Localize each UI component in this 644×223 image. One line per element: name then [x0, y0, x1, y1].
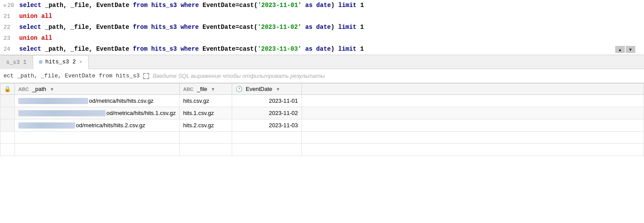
expand-icon[interactable] — [143, 73, 149, 79]
row1-date-cell: 2023-11-01 — [232, 95, 301, 107]
line-number-22: 22 — [3, 22, 19, 33]
empty-row2-date — [232, 144, 301, 156]
tab-hits-s3-1[interactable]: s_s3 1 — [0, 55, 33, 69]
empty-row1-lock — [0, 132, 15, 144]
filter-bar: ect _path, _file, EventDate from hits_s3… — [0, 69, 644, 83]
row3-file-cell: hits.2.csv.gz — [179, 119, 232, 132]
table-row: od/metrica/hits/hits.2.csv.gz hits.2.csv… — [0, 119, 644, 132]
row3-path-blurred — [18, 122, 75, 129]
tab-close-button[interactable]: × — [79, 59, 82, 65]
line-20-content: select _path, _file, EventDate from hits… — [19, 0, 641, 10]
filter-query-text: ect _path, _file, EventDate from hits_s3 — [3, 73, 140, 79]
scroll-indicator: ▲ ▼ — [615, 46, 635, 53]
row1-file-cell: hits.csv.gz — [179, 95, 232, 107]
line-number-21: 21 — [3, 11, 19, 22]
code-line-24: 24 select _path, _file, EventDate from h… — [0, 44, 644, 55]
table-icon: ⊞ — [39, 59, 43, 66]
empty-row2-extra — [301, 144, 644, 156]
code-line-20: ⊖ 20 select _path, _file, EventDate from… — [0, 0, 644, 11]
results-table: 🔒 ABC _path ▼ ABC _file ▼ 🕐 EventDate ▼ — [0, 83, 644, 156]
results-table-wrapper: 🔒 ABC _path ▼ ABC _file ▼ 🕐 EventDate ▼ — [0, 83, 644, 156]
path-column-header[interactable]: ABC _path ▼ — [15, 84, 180, 95]
line-24-content: select _path, _file, EventDate from hits… — [19, 44, 641, 54]
file-sort-icon[interactable]: ▼ — [211, 87, 216, 92]
line-number-23: 23 — [3, 33, 19, 44]
empty-row2-file — [179, 144, 232, 156]
path-type-label: ABC — [18, 87, 29, 92]
table-header-row: 🔒 ABC _path ▼ ABC _file ▼ 🕐 EventDate ▼ — [0, 84, 644, 95]
row2-file-cell: hits.1.csv.gz — [179, 107, 232, 119]
line-23-content: union all — [19, 33, 641, 43]
empty-row2-lock — [0, 144, 15, 156]
tab-1-label: s_s3 1 — [6, 59, 27, 66]
table-row — [0, 144, 644, 156]
empty-row1-path — [15, 132, 180, 144]
table-row: od/metrica/hits/hits.1.csv.gz hits.1.csv… — [0, 107, 644, 119]
line-number-24: 24 — [3, 44, 19, 55]
empty-row1-extra — [301, 132, 644, 144]
row1-path-cell: od/metrica/hits/hits.csv.gz — [15, 95, 180, 107]
row2-path-suffix: od/metrica/hits/hits.1.csv.gz — [106, 110, 176, 116]
tabs-bar: s_s3 1 ⊞ hits_s3 2 × — [0, 55, 644, 69]
path-sort-icon[interactable]: ▼ — [50, 87, 55, 92]
row3-path-cell: od/metrica/hits/hits.2.csv.gz — [15, 119, 180, 132]
tab-hits-s3-2[interactable]: ⊞ hits_s3 2 × — [33, 55, 89, 69]
table-row: od/metrica/hits/hits.csv.gz hits.csv.gz … — [0, 95, 644, 107]
file-label: _file — [197, 86, 207, 92]
row2-lock-cell — [0, 107, 15, 119]
row2-path-cell: od/metrica/hits/hits.1.csv.gz — [15, 107, 180, 119]
row2-path-blurred — [18, 110, 106, 116]
scroll-down-button[interactable]: ▼ — [626, 46, 635, 53]
empty-row2-path — [15, 144, 180, 156]
code-line-23: 23 union all — [0, 33, 644, 44]
collapse-icon-20[interactable]: ⊖ — [3, 0, 7, 11]
line-22-content: select _path, _file, EventDate from hits… — [19, 22, 641, 32]
line-21-content: union all — [19, 11, 641, 21]
file-column-header[interactable]: ABC _file ▼ — [179, 84, 232, 95]
empty-row1-date — [232, 132, 301, 144]
row1-path-blurred — [18, 98, 88, 104]
file-type-label: ABC — [183, 87, 194, 92]
extra-column-header — [301, 84, 644, 95]
row1-lock-cell — [0, 95, 15, 107]
tab-2-label: hits_s3 2 — [45, 59, 76, 65]
row3-date-cell: 2023-11-03 — [232, 119, 301, 132]
lock-column-header: 🔒 — [0, 84, 15, 95]
date-label: EventDate — [246, 86, 272, 92]
row3-extra-cell — [301, 119, 644, 132]
date-column-header[interactable]: 🕐 EventDate ▼ — [232, 84, 301, 95]
line-number-20: ⊖ 20 — [3, 0, 19, 11]
row3-path-suffix: od/metrica/hits/hits.2.csv.gz — [76, 122, 145, 129]
row3-lock-cell — [0, 119, 15, 132]
row2-date-cell: 2023-11-02 — [232, 107, 301, 119]
date-sort-icon[interactable]: ▼ — [276, 87, 281, 92]
scroll-up-button[interactable]: ▲ — [615, 46, 625, 53]
code-line-21: 21 union all — [0, 11, 644, 22]
code-line-22: 22 select _path, _file, EventDate from h… — [0, 22, 644, 33]
row1-path-suffix: od/metrica/hits/hits.csv.gz — [89, 98, 154, 104]
code-editor: ⊖ 20 select _path, _file, EventDate from… — [0, 0, 644, 55]
empty-row1-file — [179, 132, 232, 144]
filter-placeholder[interactable]: Введите SQL выражение чтобы отфильтроват… — [153, 73, 325, 79]
table-row — [0, 132, 644, 144]
date-clock-icon: 🕐 — [236, 86, 243, 92]
table-body: od/metrica/hits/hits.csv.gz hits.csv.gz … — [0, 95, 644, 156]
lock-icon: 🔒 — [4, 86, 11, 92]
path-label: _path — [32, 86, 46, 92]
row2-extra-cell — [301, 107, 644, 119]
row1-extra-cell — [301, 95, 644, 107]
